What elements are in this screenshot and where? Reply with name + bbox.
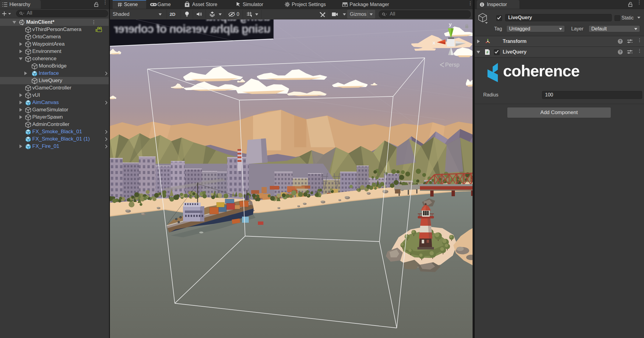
svg-text:?: ? xyxy=(619,50,621,54)
svg-text:y: y xyxy=(449,22,452,27)
svg-text:#: # xyxy=(486,50,488,54)
svg-text:x: x xyxy=(432,40,435,46)
svg-text:using alpha: using alpha xyxy=(206,19,271,23)
svg-text:Persp: Persp xyxy=(445,62,459,68)
svg-text:?: ? xyxy=(619,39,621,44)
svg-text:using alpha version of coherer: using alpha version of coherer xyxy=(114,23,271,35)
